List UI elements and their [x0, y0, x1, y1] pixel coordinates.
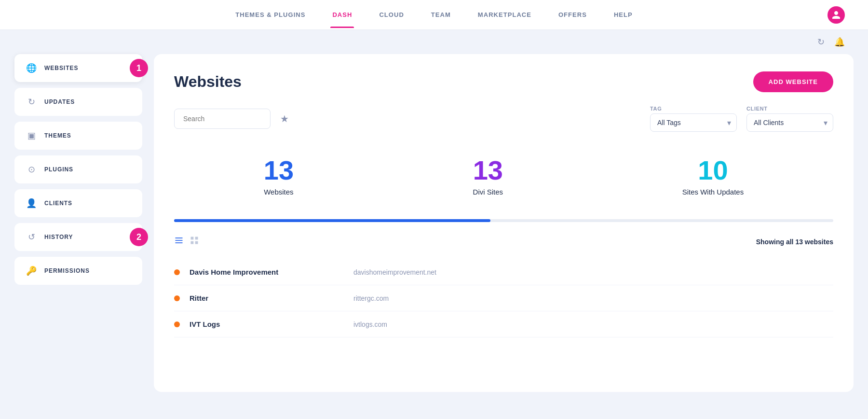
tag-filter-group: TAG All Tags	[650, 106, 737, 132]
star-filter-button[interactable]: ★	[280, 113, 289, 125]
sidebar-item-websites[interactable]: 🌐 WEBSITES 1	[14, 54, 142, 82]
tag-select[interactable]: All Tags	[650, 113, 737, 132]
sidebar-item-themes[interactable]: ▣ THEMES	[14, 122, 142, 150]
nav-item-dash[interactable]: DASH	[330, 1, 354, 28]
sidebar-item-clients[interactable]: 👤 CLIENTS	[14, 189, 142, 217]
content-area: Websites ADD WEBSITE ★ TAG All Tags CLIE…	[154, 54, 854, 392]
status-dot-1	[174, 269, 180, 275]
stat-divi-sites: 13 Divi Sites	[473, 157, 503, 196]
svg-rect-3	[191, 237, 194, 240]
sidebar-label-themes: THEMES	[44, 132, 71, 139]
bell-icon[interactable]: 🔔	[834, 37, 845, 47]
permissions-icon: 🔑	[26, 265, 37, 276]
stat-label-divi-sites: Divi Sites	[473, 188, 503, 196]
stats-row: 13 Websites 13 Divi Sites 10 Sites With …	[174, 147, 833, 210]
search-input[interactable]	[174, 109, 271, 129]
themes-icon: ▣	[26, 130, 37, 141]
main-layout: 🌐 WEBSITES 1 ↻ UPDATES ▣ THEMES ⊙ PLUGIN…	[0, 54, 868, 406]
sidebar-label-websites: WEBSITES	[44, 65, 78, 71]
sidebar-label-plugins: PLUGINS	[44, 166, 73, 173]
user-avatar[interactable]	[827, 6, 845, 24]
grid-view-button[interactable]	[190, 236, 199, 248]
nav-item-offers[interactable]: OFFERS	[556, 1, 589, 28]
clients-icon: 👤	[26, 198, 37, 209]
nav-item-cloud[interactable]: CLOUD	[377, 1, 406, 28]
sidebar-label-history: HISTORY	[44, 234, 73, 240]
plugins-icon: ⊙	[26, 164, 37, 175]
svg-rect-1	[176, 240, 183, 241]
stat-sites-updates: 10 Sites With Updates	[682, 157, 744, 196]
stat-websites: 13 Websites	[264, 157, 294, 196]
website-url-3: ivtlogs.com	[353, 321, 387, 328]
website-name-2: Ritter	[190, 294, 353, 302]
sidebar-badge-2: 2	[130, 228, 148, 246]
progress-bar-fill	[174, 219, 490, 222]
sidebar-item-history[interactable]: ↺ HISTORY 2	[14, 223, 142, 251]
sidebar-label-updates: UPDATES	[44, 98, 75, 105]
sidebar-item-updates[interactable]: ↻ UPDATES	[14, 88, 142, 116]
filters-row: ★ TAG All Tags CLIENT All Clients	[174, 106, 833, 132]
view-toggle-icons	[174, 236, 199, 248]
sidebar-item-plugins[interactable]: ⊙ PLUGINS	[14, 155, 142, 183]
client-select-wrap: All Clients	[746, 113, 833, 132]
toolbar-row: ↻ 🔔	[0, 30, 868, 54]
add-website-button[interactable]: ADD WEBSITE	[753, 71, 833, 92]
client-select[interactable]: All Clients	[746, 113, 833, 132]
sidebar-badge-1: 1	[130, 59, 148, 77]
stat-number-sites-updates: 10	[682, 157, 744, 184]
stat-number-divi-sites: 13	[473, 157, 503, 184]
svg-rect-5	[191, 241, 194, 244]
stat-label-websites: Websites	[264, 188, 294, 196]
status-dot-3	[174, 321, 180, 327]
updates-icon: ↻	[26, 97, 37, 107]
stat-label-sites-updates: Sites With Updates	[682, 188, 744, 196]
table-row: Ritter rittergc.com	[174, 285, 833, 311]
history-icon: ↺	[26, 232, 37, 242]
website-list: Davis Home Improvement davishomeimprovem…	[174, 259, 833, 337]
status-dot-2	[174, 295, 180, 301]
website-name-3: IVT Logs	[190, 320, 353, 328]
stat-number-websites: 13	[264, 157, 294, 184]
page-header: Websites ADD WEBSITE	[174, 71, 833, 92]
nav-items: THEMES & PLUGINS DASH CLOUD TEAM MARKETP…	[233, 1, 635, 28]
sidebar-label-permissions: PERMISSIONS	[44, 267, 90, 274]
table-row: Davis Home Improvement davishomeimprovem…	[174, 259, 833, 285]
view-controls: Showing all 13 websites	[174, 236, 833, 248]
website-url-2: rittergc.com	[353, 294, 389, 302]
nav-item-themes-plugins[interactable]: THEMES & PLUGINS	[233, 1, 307, 28]
website-name-1: Davis Home Improvement	[190, 268, 353, 276]
website-url-1: davishomeimprovement.net	[353, 268, 436, 276]
svg-rect-0	[176, 237, 183, 238]
list-view-button[interactable]	[174, 236, 184, 248]
refresh-icon[interactable]: ↻	[817, 37, 825, 47]
nav-item-help[interactable]: HELP	[612, 1, 635, 28]
page-title: Websites	[174, 73, 242, 91]
sidebar-item-permissions[interactable]: 🔑 PERMISSIONS	[14, 257, 142, 285]
svg-rect-6	[195, 241, 198, 244]
sidebar: 🌐 WEBSITES 1 ↻ UPDATES ▣ THEMES ⊙ PLUGIN…	[14, 54, 142, 392]
tag-filter-label: TAG	[650, 106, 737, 112]
client-filter-label: CLIENT	[746, 106, 833, 112]
filter-group: TAG All Tags CLIENT All Clients	[650, 106, 833, 132]
svg-rect-4	[195, 237, 198, 240]
top-nav: THEMES & PLUGINS DASH CLOUD TEAM MARKETP…	[0, 0, 868, 30]
progress-bar	[174, 219, 833, 222]
globe-icon: 🌐	[26, 63, 37, 73]
nav-item-team[interactable]: TEAM	[429, 1, 453, 28]
svg-rect-2	[176, 242, 183, 243]
sidebar-label-clients: CLIENTS	[44, 200, 72, 207]
table-row: IVT Logs ivtlogs.com	[174, 311, 833, 337]
tag-select-wrap: All Tags	[650, 113, 737, 132]
client-filter-group: CLIENT All Clients	[746, 106, 833, 132]
nav-item-marketplace[interactable]: MARKETPLACE	[476, 1, 533, 28]
showing-count-text: Showing all 13 websites	[756, 238, 833, 246]
